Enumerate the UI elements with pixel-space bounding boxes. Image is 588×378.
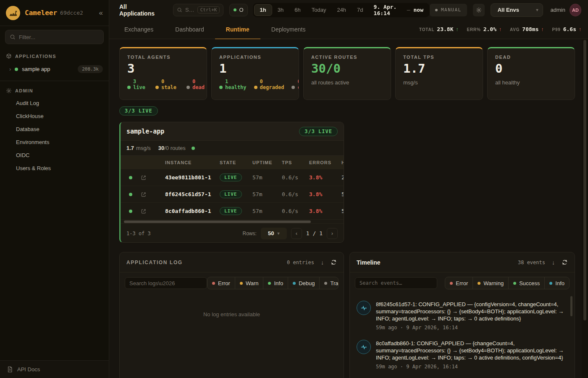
stat-card-applications: APPLICATIONS 1 1 healthy 0 de bbox=[211, 47, 299, 100]
overall-live-badge: 3/3 LIVE bbox=[119, 106, 158, 116]
range-1h[interactable]: 1h bbox=[254, 4, 272, 16]
level-dot bbox=[240, 282, 243, 285]
filter-chip-error[interactable]: Error bbox=[207, 277, 235, 289]
sidebar-filter-input[interactable] bbox=[19, 34, 99, 40]
sidebar-item-api-docs[interactable]: API Docs bbox=[0, 360, 109, 378]
table-row[interactable]: 43ee9811b801-1 LIVE 57m 0.6/s 3.8% 2 bbox=[121, 169, 344, 186]
stat-card-total-tps: TOTAL TPS 1.7 msg/s bbox=[395, 47, 483, 100]
tab-exchanges[interactable]: Exchanges bbox=[113, 20, 164, 39]
next-page-button[interactable]: › bbox=[327, 228, 338, 239]
table-row[interactable]: 8c0affadb860-1 LIVE 57m 0.6/s 3.8% 5 bbox=[121, 203, 344, 220]
sidebar-item-users-roles[interactable]: Users & Roles bbox=[0, 162, 109, 175]
tab-deployments[interactable]: Deployments bbox=[260, 20, 317, 39]
instance-status-dot bbox=[129, 176, 132, 179]
application-card-header[interactable]: sample-app 3/3 LIVE bbox=[121, 122, 344, 141]
page-title: All Applications bbox=[119, 3, 160, 17]
sidebar-filter[interactable] bbox=[5, 30, 104, 44]
sidebar-item-sample-app[interactable]: › sample app 208.3k bbox=[0, 62, 109, 77]
filter-chip-warning[interactable]: Warning bbox=[472, 277, 508, 289]
download-icon[interactable]: ↓ bbox=[552, 259, 555, 266]
table-row[interactable]: 8f6245c61d57-1 LIVE 57m 0.6/s 3.8% 5 bbox=[121, 186, 344, 203]
filter-chip-warn[interactable]: Warn bbox=[235, 277, 263, 289]
timeline-scrollbar-thumb[interactable] bbox=[570, 296, 572, 316]
log-search-input[interactable] bbox=[125, 277, 207, 289]
filter-chip-success[interactable]: Success bbox=[508, 277, 544, 289]
sidebar-item-clickhouse[interactable]: ClickHouse bbox=[0, 110, 109, 123]
avatar[interactable]: AD bbox=[570, 4, 581, 16]
level-dot bbox=[324, 282, 327, 285]
online-toggle[interactable]: O bbox=[229, 4, 247, 16]
refresh-icon[interactable] bbox=[562, 259, 568, 265]
timeline-event[interactable]: 8f6245c61d57-1: CONFIG_APPLIED — {config… bbox=[357, 296, 572, 335]
app-health-dot bbox=[192, 147, 195, 150]
app-routes-unit: /0 routes bbox=[164, 145, 186, 151]
metric-avg: AVG 708ms ↑ bbox=[510, 26, 543, 32]
sidebar-item-environments[interactable]: Environments bbox=[0, 136, 109, 149]
app-rate-value: 1.7 bbox=[126, 145, 134, 151]
external-link-icon[interactable] bbox=[141, 192, 155, 197]
prev-page-button[interactable]: ‹ bbox=[291, 228, 302, 239]
rows-label: Rows: bbox=[243, 231, 257, 236]
range-3h[interactable]: 3h bbox=[272, 4, 289, 16]
gear-icon bbox=[6, 88, 12, 94]
page-scrollbar bbox=[582, 39, 588, 378]
activity-pulse-icon bbox=[357, 301, 371, 315]
global-search-button[interactable]: S… Ctrl+K bbox=[173, 4, 223, 16]
filter-chip-trace[interactable]: Trace bbox=[319, 277, 339, 289]
breakdown-degraded: 0 degraded bbox=[254, 79, 284, 91]
rows-per-page-select[interactable]: 50 ▾ bbox=[261, 228, 287, 239]
range-6h[interactable]: 6h bbox=[289, 4, 306, 16]
app-rate-unit: msg/s bbox=[136, 145, 151, 151]
refresh-icon[interactable] bbox=[331, 259, 337, 265]
level-dot bbox=[450, 282, 453, 285]
download-icon[interactable]: ↓ bbox=[321, 259, 324, 266]
tab-dashboard[interactable]: Dashboard bbox=[164, 20, 215, 39]
main-area: All Applications S… Ctrl+K O 1h 3h 6h To… bbox=[109, 0, 588, 378]
level-dot bbox=[549, 282, 552, 285]
sun-icon bbox=[475, 7, 482, 13]
filter-chip-info[interactable]: Info bbox=[544, 277, 569, 289]
activity-pulse-icon bbox=[357, 340, 371, 354]
timeline-search-input[interactable] bbox=[355, 277, 437, 289]
sidebar-item-database[interactable]: Database bbox=[0, 123, 109, 136]
camel-logo-icon bbox=[6, 6, 20, 20]
search-icon bbox=[177, 7, 182, 13]
stat-card-dead: DEAD 0 all healthy bbox=[487, 47, 575, 100]
metric-err: ERR% 2.0% ↑ bbox=[467, 26, 501, 32]
sidebar-header: Cameleer 69dcce2 « bbox=[0, 0, 109, 26]
sidebar-item-audit-log[interactable]: Audit Log bbox=[0, 97, 109, 110]
scrollbar-thumb[interactable] bbox=[583, 40, 586, 320]
status-dot bbox=[127, 86, 131, 89]
tab-runtime[interactable]: Runtime bbox=[215, 20, 260, 39]
environment-select[interactable]: All Envs ▾ bbox=[491, 3, 543, 17]
trend-up-icon: ↑ bbox=[499, 26, 501, 32]
range-7d[interactable]: 7d bbox=[352, 4, 368, 16]
sidebar-collapse-icon[interactable]: « bbox=[99, 9, 103, 17]
app-title: Cameleer bbox=[25, 9, 57, 17]
external-link-icon[interactable] bbox=[141, 208, 155, 214]
scrollbar-thumb[interactable] bbox=[124, 220, 311, 223]
filter-chip-info[interactable]: Info bbox=[263, 277, 288, 289]
external-link-icon[interactable] bbox=[141, 175, 155, 181]
filter-chip-error[interactable]: Error bbox=[445, 277, 472, 289]
range-today[interactable]: Today bbox=[306, 4, 332, 16]
chevron-down-icon: ▾ bbox=[278, 231, 280, 236]
event-type-filter-group: Error Warning Success Info bbox=[445, 277, 570, 289]
timeline-event[interactable]: 8c0affadb860-1: CONFIG_APPLIED — {change… bbox=[357, 335, 572, 374]
filter-chip-debug[interactable]: Debug bbox=[288, 277, 319, 289]
table-horizontal-scrollbar bbox=[121, 220, 344, 224]
timeline-event[interactable]: 43ee9811b801-1: CONFIG_APPLIED — {change… bbox=[357, 374, 572, 378]
range-24h[interactable]: 24h bbox=[331, 4, 352, 16]
sidebar-item-oidc[interactable]: OIDC bbox=[0, 149, 109, 162]
theme-toggle[interactable] bbox=[473, 4, 485, 16]
log-panel-header: APPLICATION LOG 0 entries ↓ bbox=[120, 252, 344, 273]
log-empty-state: No log entries available bbox=[120, 311, 344, 318]
date-range-display[interactable]: 9. Apr. 16:14 – now bbox=[369, 4, 428, 16]
status-dot bbox=[254, 86, 257, 89]
admin-section-header: ADMIN bbox=[0, 81, 109, 97]
manual-status-dot bbox=[435, 9, 438, 11]
level-dot bbox=[513, 282, 516, 285]
chevron-down-icon: ▾ bbox=[536, 8, 538, 12]
manual-refresh-toggle[interactable]: MANUAL bbox=[430, 4, 467, 16]
chevron-right-icon[interactable]: › bbox=[9, 66, 11, 72]
